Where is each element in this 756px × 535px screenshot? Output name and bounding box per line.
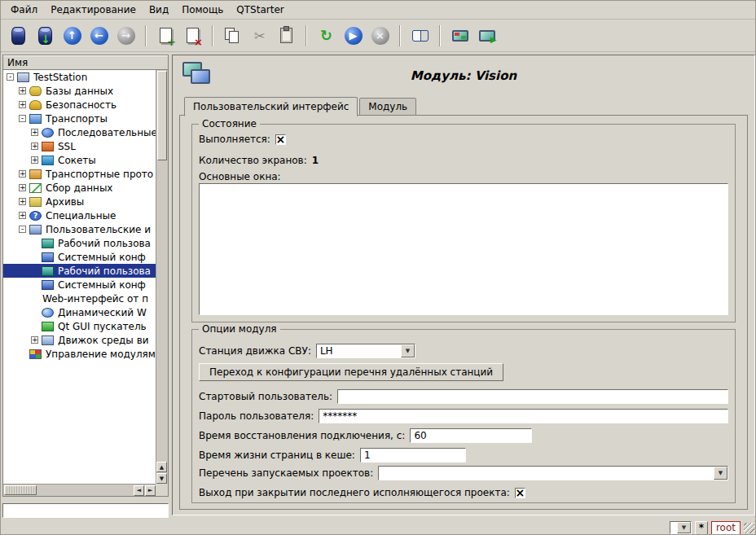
station-row: Станция движка СВУ: LH ▼ <box>199 343 728 359</box>
vision-runtime-button[interactable]: ▶ <box>474 23 499 48</box>
tree-header[interactable]: Имя <box>3 55 168 70</box>
forward-button[interactable]: → <box>113 23 138 48</box>
menu-item-3[interactable]: Помощь <box>175 2 230 18</box>
chevron-down-icon[interactable]: ▼ <box>677 522 691 533</box>
toolbar-separator <box>145 25 147 46</box>
tree-item[interactable]: -TestStation <box>3 70 156 84</box>
tree-item[interactable]: -Пользовательские и <box>3 222 156 236</box>
tree-item[interactable]: +Архивы <box>3 195 156 208</box>
tree-item[interactable]: +Базы данных <box>3 84 156 98</box>
scroll-right-icon[interactable]: ► <box>145 485 156 496</box>
reconnect-time-label: Время восстановления подключения, с: <box>199 430 405 441</box>
expand-icon[interactable]: + <box>19 198 26 205</box>
module-options-groupbox: Опции модуля Станция движка СВУ: LH ▼ Пе… <box>191 329 736 503</box>
collapse-icon[interactable]: - <box>19 115 26 122</box>
menu-item-0[interactable]: Файл <box>4 2 44 18</box>
scroll-up-icon[interactable]: ▲ <box>156 462 167 472</box>
tree-item[interactable]: Web-интерфейс от п <box>3 292 156 305</box>
tree-horizontal-scrollbar[interactable]: ◄ ► <box>3 484 156 496</box>
tree-item-label: Web-интерфейс от п <box>42 293 148 305</box>
password-input[interactable] <box>319 409 728 423</box>
tree-item[interactable]: -Транспорты <box>3 112 156 125</box>
status-star-button[interactable]: * <box>695 521 708 535</box>
refresh-button[interactable]: ↻ <box>314 23 339 48</box>
tree-item[interactable]: +Транспортные прото <box>3 167 156 181</box>
goto-row: Переход к конфигурации перечня удалённых… <box>199 364 728 380</box>
tree-item[interactable]: +?Специальные <box>3 208 156 222</box>
tab-module[interactable]: Модуль <box>359 98 416 116</box>
db-save-button[interactable]: ↓ <box>33 23 58 48</box>
tree-item[interactable]: +SSL <box>3 139 156 153</box>
tree-item[interactable]: Управление модулям <box>3 347 156 361</box>
up-level-button[interactable]: ↑ <box>59 23 85 48</box>
menu-item-4[interactable]: QTStarter <box>230 2 290 18</box>
expand-icon[interactable]: + <box>31 156 38 164</box>
cut-item-button[interactable]: ✂ <box>247 23 272 48</box>
chevron-down-icon[interactable]: ▼ <box>714 467 727 480</box>
expand-icon[interactable]: + <box>31 336 38 344</box>
expand-icon[interactable]: + <box>19 101 26 108</box>
expand-icon[interactable]: + <box>31 129 38 136</box>
scroll-track[interactable] <box>156 161 168 461</box>
expand-icon[interactable]: + <box>19 87 26 94</box>
tree-item[interactable]: +Последовательные <box>3 125 156 139</box>
tree-item[interactable]: Системный конф <box>3 250 156 264</box>
expand-icon[interactable]: + <box>31 143 38 150</box>
cut-item-icon: ✂ <box>253 28 265 44</box>
scroll-track[interactable] <box>37 485 133 496</box>
vision-developing-button[interactable] <box>447 23 472 48</box>
tree-item[interactable]: +Безопасность <box>3 98 156 112</box>
collapse-icon[interactable]: - <box>7 73 14 81</box>
tree-item[interactable]: +Сбор данных <box>3 181 156 195</box>
tree-item[interactable]: Рабочий пользова <box>3 264 156 278</box>
scroll-down-icon[interactable]: ▼ <box>156 473 167 484</box>
back-button[interactable]: ← <box>86 23 112 48</box>
delete-item-button[interactable]: × <box>180 23 205 48</box>
tab-user-interface[interactable]: Пользовательский интерфейс <box>184 97 358 116</box>
exit-on-close-checkbox[interactable]: × <box>515 488 525 498</box>
expand-icon[interactable]: + <box>19 170 26 178</box>
main-windows-list[interactable] <box>199 183 728 315</box>
goto-remote-stations-button[interactable]: Переход к конфигурации перечня удалённых… <box>199 363 503 381</box>
expand-icon[interactable]: + <box>19 212 26 219</box>
horizontal-scroll-thumb[interactable] <box>4 485 37 495</box>
proto-icon <box>29 169 42 179</box>
tree-item[interactable]: +Движок среды ви <box>3 333 156 347</box>
tree-vertical-scrollbar[interactable]: ▲ ▼ <box>156 70 168 484</box>
tree-item[interactable]: +Сокеты <box>3 153 156 167</box>
running-checkbox[interactable]: × <box>275 134 286 145</box>
tree-item[interactable]: Qt GUI пускатель <box>3 319 156 333</box>
tree-filter-input[interactable] <box>2 503 169 518</box>
tree-item[interactable]: Динамический W <box>3 305 156 319</box>
projects-combobox[interactable]: ▼ <box>378 466 728 480</box>
vision-icon <box>42 239 54 248</box>
chevron-down-icon[interactable]: ▼ <box>401 344 415 357</box>
copy-item-button[interactable] <box>220 23 245 48</box>
tree-item[interactable]: Рабочий пользова <box>3 236 156 250</box>
paste-item-button[interactable] <box>274 23 299 48</box>
menu-item-2[interactable]: Вид <box>143 2 175 18</box>
collapse-icon[interactable]: - <box>19 226 26 233</box>
station-combobox[interactable]: LH ▼ <box>316 344 415 358</box>
forward-icon: → <box>117 27 135 45</box>
reconnect-time-input[interactable] <box>410 428 532 443</box>
password-label: Пароль пользователя: <box>199 410 314 422</box>
manual-button[interactable] <box>407 23 433 48</box>
add-item-button[interactable]: + <box>153 23 178 48</box>
projects-combobox-input[interactable] <box>379 467 714 480</box>
scroll-left-icon[interactable]: ◄ <box>134 485 144 496</box>
tree-item[interactable]: Системный конф <box>3 278 156 292</box>
resize-grip[interactable] <box>744 523 754 533</box>
db-load-button[interactable] <box>6 23 31 48</box>
cache-lifetime-input[interactable] <box>360 448 466 463</box>
vertical-scroll-thumb[interactable] <box>157 71 167 160</box>
menu-item-1[interactable]: Редактирование <box>44 2 143 18</box>
status-combobox[interactable]: ▼ <box>670 521 692 534</box>
reconnect-row: Время восстановления подключения, с: <box>199 428 728 444</box>
tree-item-label: Рабочий пользова <box>57 265 151 277</box>
start-periodic-button[interactable]: ▶ <box>341 23 366 48</box>
stop-button[interactable]: × <box>367 23 393 48</box>
expand-icon[interactable]: + <box>19 184 26 191</box>
play-icon: ▶ <box>490 35 497 44</box>
start-user-input[interactable] <box>337 389 728 404</box>
